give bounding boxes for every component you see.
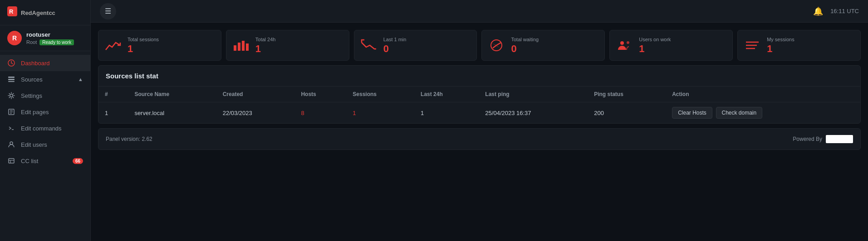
powered-by-label: Powered By (793, 136, 822, 142)
table-title: Sources list stat (106, 72, 158, 80)
stat-label-total-sessions: Total sessions (128, 37, 159, 42)
avatar: R (7, 31, 22, 45)
app-name: RedAgentcc (21, 8, 55, 17)
stat-value-last-1min: 0 (383, 44, 407, 54)
sources-icon (7, 76, 15, 83)
total-sessions-icon (105, 39, 121, 52)
stat-label-total-24h: Total 24h (255, 37, 276, 42)
dashboard-icon (7, 59, 15, 67)
svg-rect-16 (234, 45, 236, 51)
sources-table-section: Sources list stat # Source Name Created … (98, 65, 861, 124)
svg-point-6 (10, 94, 13, 97)
sidebar-item-settings[interactable]: Settings (0, 87, 90, 104)
stat-value-users-on-work: 1 (639, 44, 671, 54)
col-ping-status: Ping status (588, 87, 666, 102)
svg-rect-17 (238, 43, 240, 51)
stat-value-total-24h: 1 (255, 44, 276, 54)
cc-list-icon (7, 157, 15, 164)
col-num: # (98, 87, 128, 102)
col-last-ping: Last ping (479, 87, 588, 102)
stat-card-last-1min[interactable]: Last 1 min 0 (354, 30, 477, 61)
col-source-name: Source Name (128, 87, 216, 102)
svg-point-12 (10, 142, 13, 145)
my-sessions-icon (744, 39, 760, 52)
svg-rect-4 (8, 79, 15, 80)
sidebar-item-dashboard-label: Dashboard (21, 60, 83, 67)
stat-label-my-sessions: My sessions (767, 37, 794, 42)
settings-icon (7, 92, 15, 99)
stat-label-users-on-work: Users on work (639, 37, 671, 42)
stat-card-users-on-work[interactable]: Users on work 1 (609, 30, 733, 61)
stat-value-my-sessions: 1 (767, 44, 794, 54)
current-time: 16:11 UTC (830, 8, 859, 14)
powered-by: Powered By (793, 135, 853, 143)
user-section: R rootuser Root Ready to work (0, 25, 90, 51)
logo-area: R RedAgentcc (0, 0, 90, 25)
svg-text:R: R (9, 8, 14, 15)
last-1min-icon (361, 39, 377, 52)
col-hosts: Hosts (294, 87, 346, 102)
sidebar-item-edit-users-label: Edit users (21, 141, 83, 148)
stat-card-total-waiting[interactable]: Total waiting 0 (481, 30, 605, 61)
stat-card-my-sessions[interactable]: My sessions 1 (737, 30, 861, 61)
chevron-up-icon: ▲ (78, 77, 83, 82)
sidebar-item-edit-commands[interactable]: Edit commands (0, 120, 90, 136)
clear-hosts-button[interactable]: Clear Hosts (672, 107, 712, 119)
cell-sessions: 1 (346, 102, 414, 124)
users-on-work-icon (616, 39, 633, 52)
table-header: Sources list stat (98, 66, 860, 87)
svg-rect-5 (8, 81, 15, 82)
svg-rect-3 (8, 77, 15, 78)
col-created: Created (216, 87, 295, 102)
main-content: ☰ 🔔 16:11 UTC Total sessions 1 (91, 0, 868, 241)
stat-card-total-sessions[interactable]: Total sessions 1 (98, 30, 221, 61)
edit-pages-icon (7, 108, 15, 116)
hamburger-icon: ☰ (105, 7, 111, 15)
status-badge: Ready to work (39, 39, 74, 45)
cell-hosts: 8 (294, 102, 346, 124)
powered-by-logo (826, 135, 853, 143)
user-info: rootuser Root Ready to work (26, 31, 74, 45)
stat-info-total-24h: Total 24h 1 (255, 37, 276, 54)
sidebar-item-cc-list-label: CC list (21, 158, 67, 164)
footer: Panel version: 2.62 Powered By (98, 128, 861, 150)
user-role: Root (26, 39, 37, 45)
cell-last-24h: 1 (414, 102, 479, 124)
edit-commands-icon (7, 125, 15, 132)
sidebar-item-dashboard[interactable]: Dashboard (0, 55, 90, 71)
stat-info-last-1min: Last 1 min 0 (383, 37, 407, 54)
nav-items: Dashboard Sources ▲ Settings Edit pages (0, 51, 90, 241)
user-name: rootuser (26, 31, 74, 38)
cell-last-ping: 25/04/2023 16:37 (479, 102, 588, 124)
check-domain-button[interactable]: Check domain (716, 107, 763, 119)
stat-info-my-sessions: My sessions 1 (767, 37, 794, 54)
cell-action: Clear Hosts Check domain (666, 102, 860, 124)
stat-card-total-24h[interactable]: Total 24h 1 (226, 30, 349, 61)
cc-list-badge: 66 (73, 158, 83, 164)
sidebar-item-edit-users[interactable]: Edit users (0, 136, 90, 153)
menu-toggle-button[interactable]: ☰ (100, 3, 116, 19)
sidebar-item-edit-pages-label: Edit pages (21, 109, 83, 116)
cell-created: 22/03/2023 (216, 102, 295, 124)
total-24h-icon (233, 39, 249, 52)
sidebar-item-sources[interactable]: Sources ▲ (0, 71, 90, 87)
sidebar: R RedAgentcc R rootuser Root Ready to wo… (0, 0, 91, 241)
stat-value-total-sessions: 1 (128, 44, 159, 54)
sidebar-item-cc-list[interactable]: CC list 66 (0, 153, 90, 169)
svg-rect-19 (246, 43, 249, 51)
edit-users-icon (7, 141, 15, 148)
cell-source-name: server.local (128, 102, 216, 124)
stats-row: Total sessions 1 Total 24h 1 (91, 23, 868, 65)
cell-num: 1 (98, 102, 128, 124)
col-action: Action (666, 87, 860, 102)
svg-point-21 (620, 41, 624, 45)
sidebar-item-settings-label: Settings (21, 92, 83, 99)
user-role-row: Root Ready to work (26, 39, 74, 45)
sidebar-item-edit-pages[interactable]: Edit pages (0, 104, 90, 120)
stat-info-total-waiting: Total waiting 0 (511, 37, 539, 54)
stat-label-last-1min: Last 1 min (383, 37, 407, 42)
sidebar-item-sources-label: Sources (21, 76, 73, 83)
sources-table: # Source Name Created Hosts Sessions Las… (98, 87, 860, 123)
notification-icon[interactable]: 🔔 (813, 6, 823, 16)
table-header-row: # Source Name Created Hosts Sessions Las… (98, 87, 860, 102)
